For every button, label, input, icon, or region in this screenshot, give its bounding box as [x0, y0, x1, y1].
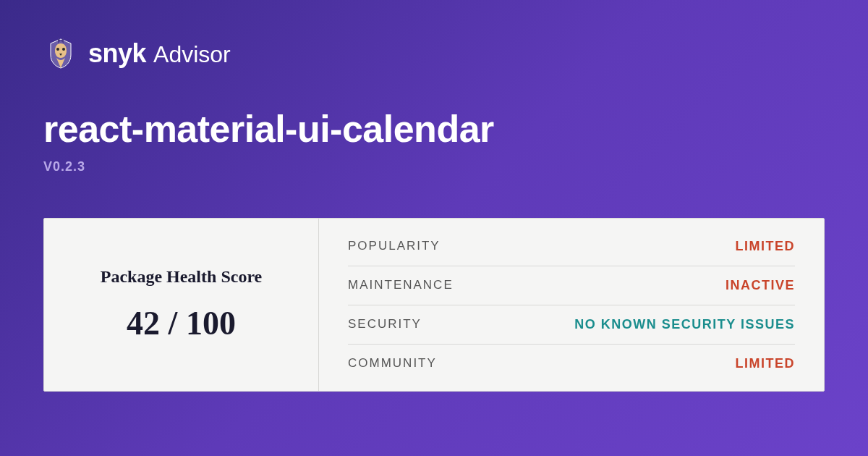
metric-label: MAINTENANCE	[348, 278, 454, 292]
metric-value: NO KNOWN SECURITY ISSUES	[574, 317, 795, 332]
health-card: Package Health Score 42 / 100 POPULARITY…	[43, 218, 825, 392]
metric-label: SECURITY	[348, 317, 422, 332]
metrics-list: POPULARITY LIMITED MAINTENANCE INACTIVE …	[319, 219, 824, 391]
brand: snyk Advisor	[88, 38, 231, 69]
svg-point-1	[62, 48, 65, 51]
score-label: Package Health Score	[101, 267, 263, 287]
package-version: v0.2.3	[43, 159, 825, 174]
package-name: react-material-ui-calendar	[43, 107, 825, 151]
metric-value: INACTIVE	[726, 278, 795, 293]
score-value: 42 / 100	[127, 304, 236, 342]
metric-row-security: SECURITY NO KNOWN SECURITY ISSUES	[348, 305, 795, 345]
score-section: Package Health Score 42 / 100	[44, 219, 319, 391]
metric-label: COMMUNITY	[348, 356, 437, 371]
metric-label: POPULARITY	[348, 239, 441, 253]
svg-point-0	[56, 48, 59, 51]
metric-row-popularity: POPULARITY LIMITED	[348, 227, 795, 266]
metric-value: LIMITED	[736, 239, 796, 254]
header: snyk Advisor	[43, 36, 825, 71]
snyk-logo-icon	[43, 36, 78, 71]
brand-name: snyk	[88, 38, 146, 69]
brand-sub: Advisor	[153, 41, 231, 68]
metric-value: LIMITED	[736, 356, 796, 371]
metric-row-community: COMMUNITY LIMITED	[348, 345, 795, 383]
metric-row-maintenance: MAINTENANCE INACTIVE	[348, 266, 795, 305]
